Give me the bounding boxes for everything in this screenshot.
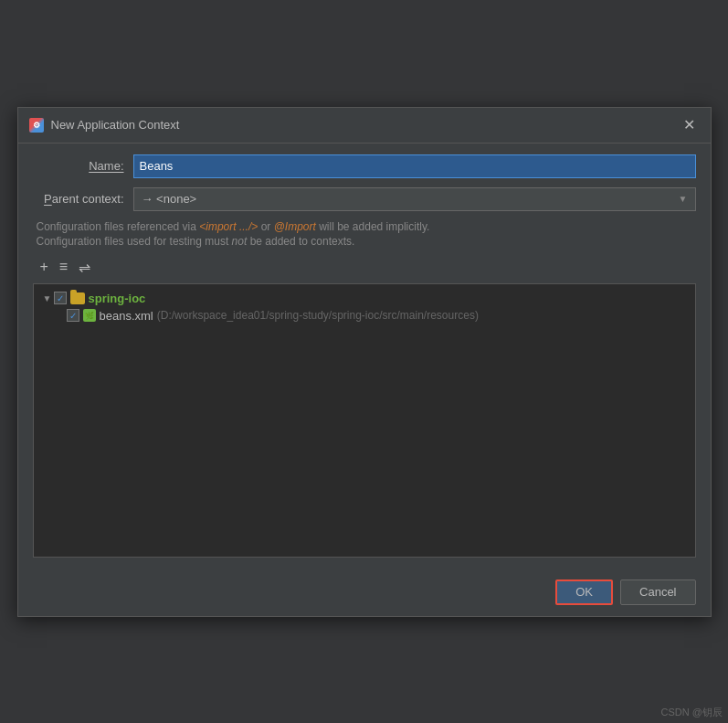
app-icon: ⚙ [29, 118, 44, 133]
add-button[interactable]: + [37, 257, 52, 277]
new-application-context-dialog: ⚙ New Application Context ✕ Name: Parent… [17, 107, 712, 617]
folder-icon [70, 292, 85, 304]
parent-context-label: Parent context: [33, 192, 133, 206]
child-checkbox[interactable] [67, 309, 79, 322]
info-line-2: Configuration files used for testing mus… [33, 235, 696, 248]
root-label: spring-ioc [89, 292, 146, 305]
dialog-footer: OK Cancel [18, 569, 711, 616]
close-button[interactable]: ✕ [680, 115, 700, 135]
name-label: Name: [33, 159, 133, 173]
dialog-title-area: ⚙ New Application Context [29, 118, 180, 133]
watermark: CSDN @钥辰 [661, 706, 723, 719]
tree-root-item[interactable]: ▼ spring-ioc [34, 290, 695, 307]
ok-button[interactable]: OK [555, 579, 613, 605]
dialog-titlebar: ⚙ New Application Context ✕ [18, 108, 711, 144]
expand-all-button[interactable]: ≡ [56, 257, 71, 277]
parent-underline-char: P [44, 192, 52, 206]
spring-icon: 🌿 [83, 309, 96, 322]
child-sublabel: (D:/workspace_idea01/spring-study/spring… [157, 309, 479, 322]
tree-toolbar: + ≡ ⇌ [33, 257, 696, 278]
name-input[interactable] [133, 154, 696, 178]
context-tree: ▼ spring-ioc 🌿 beans.xml (D:/workspace_i… [33, 283, 696, 558]
at-import-tag: @Import [274, 220, 316, 233]
root-checkbox[interactable] [54, 292, 67, 304]
tree-toggle[interactable]: ▼ [41, 292, 54, 304]
intellij-icon: ⚙ [29, 118, 44, 133]
parent-label-rest: arent context: [52, 192, 124, 206]
info-line-1: Configuration files referenced via <impo… [33, 220, 696, 233]
dialog-body: Name: Parent context: → <none> ▼ Configu… [18, 144, 711, 569]
parent-context-dropdown[interactable]: → <none> ▼ [133, 187, 696, 211]
name-row: Name: [33, 154, 696, 178]
tree-child-item[interactable]: 🌿 beans.xml (D:/workspace_idea01/spring-… [34, 307, 695, 324]
not-text: not [232, 235, 248, 248]
dialog-title: New Application Context [51, 118, 180, 132]
parent-context-row: Parent context: → <none> ▼ [33, 187, 696, 211]
child-label: beans.xml [100, 309, 153, 323]
parent-context-value: → <none> [142, 192, 197, 206]
collapse-all-button[interactable]: ⇌ [75, 257, 94, 278]
import-tag: <import .../> [199, 220, 258, 233]
cancel-button[interactable]: Cancel [620, 579, 695, 605]
dropdown-arrow-icon: ▼ [679, 194, 688, 204]
